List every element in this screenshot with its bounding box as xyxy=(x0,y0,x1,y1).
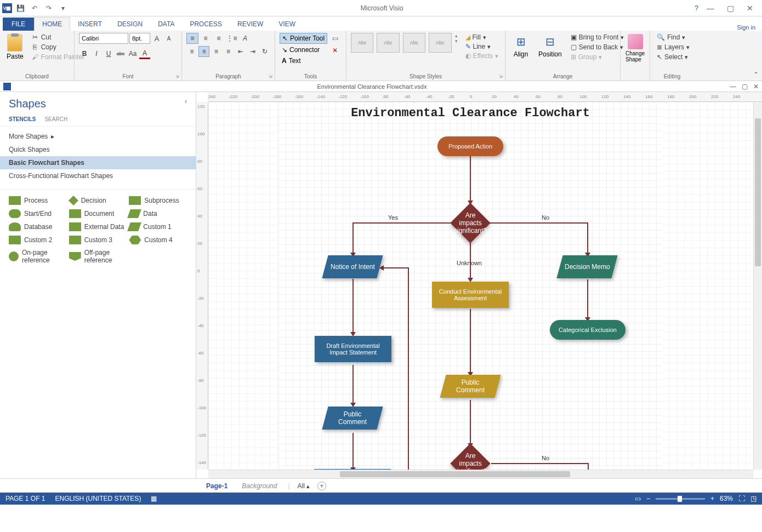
node-env-assessment[interactable]: Conduct Environmental Assessment xyxy=(432,282,509,308)
paste-button[interactable]: Paste xyxy=(4,33,26,79)
shrink-font[interactable]: A xyxy=(163,33,174,44)
drawing-page[interactable]: Environmental Clearance Flowchart Yes No… xyxy=(278,102,662,470)
page-all[interactable]: All ▴ xyxy=(298,482,310,490)
connector[interactable] xyxy=(352,222,354,254)
find-button[interactable]: 🔍Find ▾ xyxy=(655,33,690,42)
minimize-button[interactable]: — xyxy=(703,3,718,14)
cross-functional-link[interactable]: Cross-Functional Flowchart Shapes xyxy=(9,169,187,182)
connector[interactable] xyxy=(352,222,451,224)
tab-design[interactable]: DESIGN xyxy=(110,18,150,31)
basic-flowchart-link[interactable]: Basic Flowchart Shapes xyxy=(0,156,196,169)
connector[interactable] xyxy=(470,156,471,202)
tab-file[interactable]: FILE xyxy=(3,18,34,31)
position-button[interactable]: ⊟Position xyxy=(535,33,565,79)
scroll-thumb[interactable] xyxy=(340,471,570,477)
shape-process[interactable]: Process xyxy=(9,196,67,205)
node-sig1[interactable]: Are impacts significant? xyxy=(450,203,491,243)
clear-format[interactable]: A xyxy=(239,33,251,44)
tab-data[interactable]: DATA xyxy=(150,18,182,31)
pointer-tool[interactable]: ↖Pointer Tool xyxy=(280,33,327,44)
font-size-select[interactable] xyxy=(129,33,150,44)
more-shapes-link[interactable]: More Shapes▸ xyxy=(9,130,187,143)
scrollbar-vertical[interactable] xyxy=(753,102,762,470)
scrollbar-horizontal[interactable] xyxy=(208,470,753,478)
group-button[interactable]: ⊞Group ▾ xyxy=(568,53,627,61)
shape-subprocess[interactable]: Subprocess xyxy=(129,196,187,205)
presentation-mode-icon[interactable]: ▭ xyxy=(635,495,641,502)
bold-button[interactable]: B xyxy=(79,48,90,59)
connector[interactable] xyxy=(352,433,354,469)
zoom-slider[interactable] xyxy=(656,498,705,500)
font-color-button[interactable]: A xyxy=(139,48,150,59)
node-decision-memo[interactable]: Decision Memo xyxy=(556,255,617,278)
shape-database[interactable]: Database xyxy=(9,222,67,231)
connector[interactable] xyxy=(383,267,408,268)
node-proposed-action[interactable]: Proposed Action xyxy=(437,136,503,156)
status-macro-icon[interactable]: ▦ xyxy=(151,495,157,502)
shape-custom4[interactable]: Custom 4 xyxy=(129,236,187,244)
signin-link[interactable]: Sign in xyxy=(737,24,762,31)
shape-data[interactable]: Data xyxy=(129,209,187,218)
connector[interactable] xyxy=(352,279,354,334)
align-right[interactable]: ≡ xyxy=(211,46,221,57)
style-preview-2[interactable]: Abc xyxy=(377,33,399,53)
node-sig2[interactable]: Are impacts significant? xyxy=(450,443,491,470)
connector-tool[interactable]: ↘Connector xyxy=(280,45,327,55)
shape-custom3[interactable]: Custom 3 xyxy=(69,236,127,244)
inc-indent[interactable]: ⇥ xyxy=(247,46,258,57)
shape-custom2[interactable]: Custom 2 xyxy=(9,236,67,244)
page-tab-background[interactable]: Background xyxy=(238,480,280,491)
change-shape-button[interactable]: Change Shape xyxy=(625,33,645,64)
shapes-collapse[interactable]: ‹ xyxy=(185,98,187,105)
qat-save[interactable]: 💾 xyxy=(14,2,26,14)
canvas[interactable]: Environmental Clearance Flowchart Yes No… xyxy=(208,102,753,470)
connector[interactable] xyxy=(490,222,588,224)
tab-home[interactable]: HOME xyxy=(34,17,70,31)
shape-offpage[interactable]: Off-page reference xyxy=(69,249,127,264)
maximize-button[interactable]: ▢ xyxy=(723,3,738,14)
status-page[interactable]: PAGE 1 OF 1 xyxy=(5,495,45,502)
node-notice-intent[interactable]: Notice of Intent xyxy=(322,255,383,278)
line-button[interactable]: ✎Line ▾ xyxy=(463,42,501,51)
connector[interactable] xyxy=(588,463,589,470)
connector[interactable] xyxy=(587,222,588,254)
style-preview-3[interactable]: Abc xyxy=(403,33,425,53)
doc-minimize[interactable]: — xyxy=(730,83,736,90)
grow-font[interactable]: A xyxy=(151,33,162,44)
node-public-comment-2[interactable]: Public Comment xyxy=(440,375,501,398)
connector[interactable] xyxy=(470,400,471,445)
select-button[interactable]: ↖Select ▾ xyxy=(655,53,690,61)
zoom-level[interactable]: 63% xyxy=(720,495,733,502)
shape-document[interactable]: Document xyxy=(69,209,127,218)
qat-customize[interactable]: ▾ xyxy=(57,2,69,14)
doc-close[interactable]: ✕ xyxy=(753,83,759,90)
case-button[interactable]: Aa xyxy=(127,48,138,59)
effects-button[interactable]: ◐Effects ▾ xyxy=(463,52,501,60)
scroll-thumb[interactable] xyxy=(755,118,761,266)
connector[interactable] xyxy=(470,309,471,374)
fill-button[interactable]: ◢Fill ▾ xyxy=(463,33,501,42)
style-preview-1[interactable]: Abc xyxy=(351,33,373,53)
connector[interactable] xyxy=(408,267,409,470)
align-center[interactable]: ≡ xyxy=(198,46,209,57)
align-top[interactable]: ≡ xyxy=(186,33,198,44)
node-draft-eis[interactable]: Draft Environmental Impact Statement xyxy=(315,336,391,362)
bullets[interactable]: ⋮≡ xyxy=(226,33,238,44)
paragraph-launcher[interactable]: ⇲ xyxy=(269,74,272,79)
node-public-comment-1[interactable]: Public Comment xyxy=(322,407,383,430)
delete-tool[interactable]: ✕ xyxy=(329,45,340,56)
send-back-button[interactable]: ▢Send to Back ▾ xyxy=(568,43,627,52)
ribbon-collapse[interactable]: ⌃ xyxy=(753,71,759,78)
tab-view[interactable]: VIEW xyxy=(271,18,303,31)
doc-maximize[interactable]: ▢ xyxy=(742,83,748,90)
text-direction[interactable]: ↻ xyxy=(259,46,270,57)
page-tab-1[interactable]: Page-1 xyxy=(203,480,231,491)
fit-page-icon[interactable]: ⛶ xyxy=(738,495,745,502)
layers-button[interactable]: ≣Layers ▾ xyxy=(655,43,690,52)
dec-indent[interactable]: ⇤ xyxy=(235,46,246,57)
pan-zoom-icon[interactable]: ◳ xyxy=(750,495,757,502)
status-language[interactable]: ENGLISH (UNITED STATES) xyxy=(55,495,141,502)
shape-custom1[interactable]: Custom 1 xyxy=(129,222,187,231)
bring-front-button[interactable]: ▣Bring to Front ▾ xyxy=(568,33,627,42)
connector[interactable] xyxy=(491,463,589,464)
